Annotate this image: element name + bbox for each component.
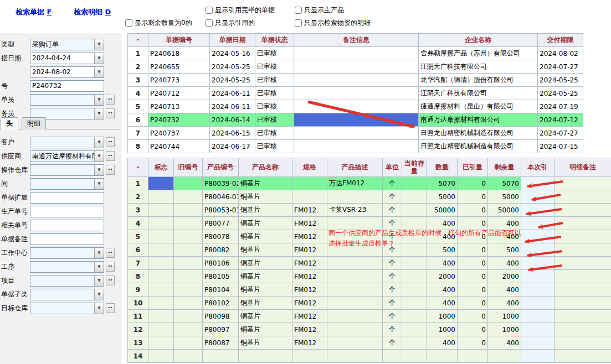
workshop-field[interactable]: ▼ (30, 178, 104, 190)
cell-unit[interactable]: 个 (383, 243, 402, 257)
cell-n[interactable]: 5 (128, 230, 148, 243)
column-header[interactable]: 企业名称 (419, 34, 538, 47)
cell-spec[interactable]: FM012 (292, 283, 327, 297)
cell-note[interactable] (554, 297, 611, 310)
tab-detail[interactable]: 明细 (22, 117, 46, 129)
cell-status[interactable]: 已审核 (255, 113, 294, 127)
cell-this[interactable] (521, 323, 554, 336)
dropdown-arrow-icon[interactable]: ▼ (94, 39, 104, 50)
checkbox-icon[interactable] (206, 19, 213, 27)
cell-desc[interactable] (327, 257, 383, 270)
cell-date[interactable]: 2024-05-25 (210, 60, 255, 74)
table-row[interactable]: 5P80078铜基片FM012个4000400 (128, 230, 611, 243)
checkbox-icon[interactable] (295, 19, 302, 27)
cell-no[interactable]: P240712 (148, 87, 210, 100)
table-row[interactable]: 5P2407132024-06-11已审核捷通摩擦材料（昆山）有限公司2024-… (128, 100, 583, 113)
table-row[interactable]: 7P2407372024-06-15已审核日照龙山精密机械制造有限公司2024-… (128, 127, 583, 140)
cell-n[interactable]: 4 (128, 217, 148, 230)
cell-n[interactable]: 10 (128, 297, 148, 310)
cell-no[interactable]: P240744 (148, 140, 210, 153)
cell-stock[interactable] (402, 297, 427, 310)
project-field[interactable]: ▼ (30, 275, 104, 287)
cell-desc[interactable] (327, 230, 383, 243)
cell-spec[interactable] (292, 350, 327, 363)
table-row[interactable]: 4P80077铜基片FM012个4000400 (128, 217, 611, 230)
cell-status[interactable]: 已审核 (255, 74, 294, 87)
cell-flag[interactable] (148, 177, 174, 190)
cell-no[interactable]: P240618 (148, 47, 210, 60)
cell-desc[interactable] (327, 270, 383, 283)
cell-old[interactable] (174, 270, 203, 283)
browse-more-button[interactable]: .. (106, 248, 115, 258)
cell-n[interactable]: 1 (128, 177, 148, 190)
table-row[interactable]: 4P2407122024-06-11已审核江阴天广科技有限公司2024-05-2… (128, 87, 583, 100)
table-row[interactable]: 6P2407322024-06-14已审核南通万达摩擦材料有限公司2024-07… (128, 113, 583, 127)
cell-n[interactable]: 2 (128, 190, 148, 204)
cell-used[interactable]: 0 (458, 270, 488, 283)
cell-note[interactable] (554, 283, 611, 297)
cell-n[interactable]: 14 (128, 350, 148, 363)
cell-used[interactable]: 0 (458, 257, 488, 270)
cell-spec[interactable]: FM012 (292, 230, 327, 243)
cell-old[interactable] (174, 204, 203, 217)
cell-note[interactable] (294, 87, 419, 100)
work-center-field[interactable]: ▼ (30, 247, 104, 259)
cell-spec[interactable]: FM012 (292, 217, 327, 230)
cell-qty[interactable]: 2000 (427, 270, 458, 283)
dropdown-arrow-icon[interactable]: ▼ (94, 289, 104, 300)
dropdown-arrow-icon[interactable]: ▼ (94, 165, 104, 175)
cell-note[interactable] (554, 204, 611, 217)
cell-company[interactable]: 江阴天广科技有限公司 (419, 60, 538, 74)
cell-this[interactable] (521, 204, 554, 217)
cell-flag[interactable] (148, 297, 174, 310)
cell-remain[interactable]: 400 (488, 336, 521, 350)
cell-company[interactable]: 捷通摩擦材料（昆山）有限公司 (419, 100, 538, 113)
cell-unit[interactable]: 个 (383, 217, 402, 230)
cell-code[interactable]: P80106 (203, 257, 239, 270)
cell-company[interactable]: 江阴天广科技有限公司 (419, 87, 538, 100)
column-header[interactable]: 标志 (148, 158, 174, 177)
cell-note[interactable] (554, 323, 611, 336)
cell-note[interactable] (554, 177, 611, 190)
cell-old[interactable] (174, 257, 203, 270)
cell-this[interactable] (521, 336, 554, 350)
cell-old[interactable] (174, 323, 203, 336)
cell-flag[interactable] (148, 323, 174, 336)
cell-flag[interactable] (148, 350, 174, 363)
cell-this[interactable] (521, 283, 554, 297)
cell-date[interactable]: 2024-05-16 (210, 47, 255, 60)
cell-deadline[interactable]: 2024-05-25 (538, 87, 583, 100)
cell-unit[interactable]: 个 (383, 297, 402, 310)
table-row[interactable]: 3P2407732024-05-25已审核龙华汽配（德清）股份有限公司2024-… (128, 74, 583, 87)
search-docs-link[interactable]: 检索单据 F (16, 7, 52, 17)
cell-deadline[interactable]: 2024-07-27 (538, 127, 583, 140)
cell-desc[interactable] (327, 297, 383, 310)
table-row[interactable]: 9P80104铜基片FM012个4000400 (128, 283, 611, 297)
cell-stock[interactable] (402, 310, 427, 323)
cell-stock[interactable] (402, 283, 427, 297)
cell-old[interactable] (174, 230, 203, 243)
browse-more-button[interactable]: .. (106, 262, 115, 272)
cell-remain[interactable]: 50000 (488, 204, 521, 217)
doc-date-from-field[interactable]: 2024-04-24▼ (30, 53, 104, 64)
cell-stock[interactable] (402, 177, 427, 190)
cell-code[interactable]: P80078 (203, 230, 239, 243)
column-header[interactable]: 规格 (292, 158, 327, 177)
cell-status[interactable]: 已审核 (255, 140, 294, 153)
cell-desc[interactable] (327, 283, 383, 297)
cell-this[interactable] (521, 217, 554, 230)
table-row[interactable]: 2P80046-01铜基片个500005000 (128, 190, 611, 204)
cell-n[interactable]: 5 (128, 100, 148, 113)
cell-remain[interactable]: 2000 (488, 270, 521, 283)
cell-this[interactable] (521, 243, 554, 257)
column-header[interactable]: 明细备注 (554, 158, 611, 177)
cell-stock[interactable] (402, 204, 427, 217)
cell-used[interactable]: 0 (458, 217, 488, 230)
cell-n[interactable]: 8 (128, 270, 148, 283)
table-row[interactable]: 13P80087铜基片FM012个4000400 (128, 336, 611, 350)
cell-old[interactable] (174, 243, 203, 257)
cell-status[interactable]: 已审核 (255, 87, 294, 100)
cell-note[interactable] (554, 270, 611, 283)
cell-qty[interactable] (427, 350, 458, 363)
column-header[interactable]: 已引量 (458, 158, 488, 177)
